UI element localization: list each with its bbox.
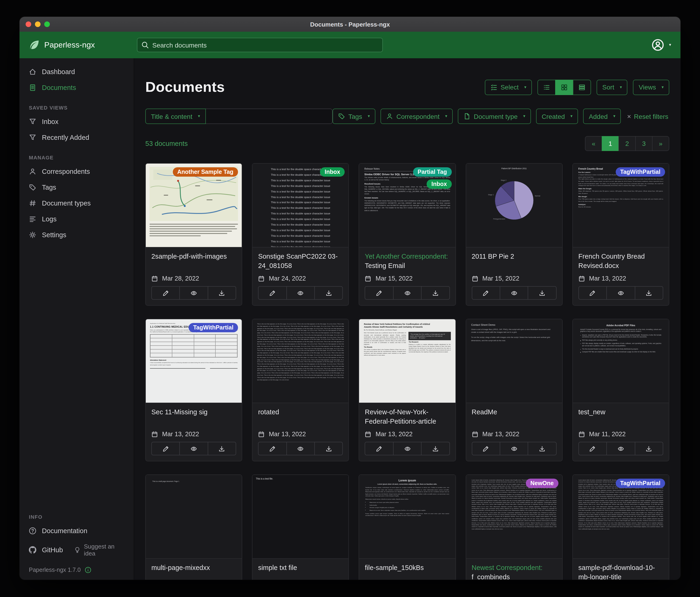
document-thumbnail[interactable]: Partial TagInboxRelease NotesSimba ODBC … <box>359 164 455 247</box>
document-title[interactable]: multi-page-mixedxx <box>151 564 236 573</box>
document-card[interactable]: Review of New York Federal Petitions for… <box>359 319 456 461</box>
edit-button[interactable] <box>472 286 500 300</box>
edit-button[interactable] <box>472 442 500 455</box>
document-card[interactable]: This is a multi page document. Page 1.mu… <box>145 474 242 580</box>
window-zoom-button[interactable] <box>44 21 50 27</box>
document-title[interactable]: Newest Correspondent: f_combineds <box>472 564 556 580</box>
view-button[interactable] <box>286 442 315 455</box>
download-button[interactable] <box>315 286 343 300</box>
document-card[interactable]: Lorem ipsumLorem ipsum dolor sit amet, c… <box>359 474 456 580</box>
edit-button[interactable] <box>258 442 287 455</box>
document-correspondent-link[interactable]: Yet Another Correspondent: <box>365 253 448 260</box>
view-button[interactable] <box>500 442 528 455</box>
document-card[interactable]: TagWithPartialLorem ipsum dolor sit amet… <box>572 474 669 580</box>
document-title[interactable]: 2011 BP Pie 2 <box>472 252 556 261</box>
download-button[interactable] <box>634 286 663 300</box>
tag-pill[interactable]: TagWithPartial <box>616 167 665 176</box>
document-card[interactable]: Contact Sheet DemoGiven a set of image f… <box>466 319 562 461</box>
document-title[interactable]: ReadMe <box>472 408 556 417</box>
brand[interactable]: Paperless-ngx <box>20 40 134 50</box>
edit-button[interactable] <box>365 442 394 455</box>
pagination-next-button[interactable]: » <box>652 136 669 151</box>
sidebar-item-correspondents[interactable]: Correspondents <box>20 164 134 180</box>
document-card[interactable]: Another Sample Tag2sample-pdf-with-image… <box>145 163 242 306</box>
tag-pill[interactable]: Inbox <box>320 167 345 176</box>
download-button[interactable] <box>208 442 236 455</box>
document-card[interactable]: Patient BP Distribution 2011NormalPrehyp… <box>466 163 562 306</box>
view-list-button[interactable] <box>538 79 556 95</box>
download-button[interactable] <box>528 286 556 300</box>
document-type-filter-button[interactable]: Document type ▾ <box>458 109 531 124</box>
document-title[interactable]: Sonstige ScanPC2022 03-24_081058 <box>258 252 343 270</box>
document-title[interactable]: sample-pdf-download-10-mb-longer-title <box>578 564 663 580</box>
document-thumbnail[interactable]: Patient BP Distribution 2011NormalPrehyp… <box>466 164 562 247</box>
edit-button[interactable] <box>578 442 607 455</box>
document-card[interactable]: Partial TagInboxRelease NotesSimba ODBC … <box>359 163 456 306</box>
sidebar-item-inbox[interactable]: Inbox <box>20 114 134 129</box>
download-button[interactable] <box>634 442 663 455</box>
document-card[interactable]: This is a test file.simple txt file <box>252 474 349 580</box>
document-title[interactable]: 2sample-pdf-with-images <box>151 252 236 261</box>
sidebar-item-tags[interactable]: Tags <box>20 180 134 195</box>
document-thumbnail[interactable]: Adobe Acrobat PDF FilesAdobe® Portable D… <box>573 319 669 403</box>
search-input[interactable] <box>137 38 383 52</box>
tags-filter-button[interactable]: Tags ▾ <box>332 109 375 124</box>
tag-pill[interactable]: NewOne <box>526 479 558 488</box>
suggest-idea-link[interactable]: Suggest an idea <box>72 539 134 561</box>
sidebar-item-dashboard[interactable]: Dashboard <box>20 64 134 80</box>
tag-pill[interactable]: Another Sample Tag <box>173 167 238 176</box>
pagination-page-1[interactable]: 1 <box>602 136 619 151</box>
sidebar-item-document-types[interactable]: Document types <box>20 195 134 211</box>
window-minimize-button[interactable] <box>35 21 41 27</box>
tag-pill[interactable]: Partial Tag <box>413 167 452 176</box>
select-button[interactable]: Select ▾ <box>484 79 532 95</box>
document-title[interactable]: Review-of-New-York-Federal-Petitions-art… <box>365 408 450 426</box>
view-button[interactable] <box>393 442 422 455</box>
view-details-button[interactable] <box>573 79 591 95</box>
document-title[interactable]: rotated <box>258 408 343 417</box>
view-button[interactable] <box>286 286 315 300</box>
document-thumbnail[interactable]: TagWithPartialFrench Country BreadFor th… <box>573 164 669 247</box>
view-button[interactable] <box>179 442 208 455</box>
added-filter-button[interactable]: Added ▾ <box>583 109 621 124</box>
edit-button[interactable] <box>578 286 607 300</box>
document-card[interactable]: TagWithPartialFrench Country BreadFor th… <box>572 163 669 306</box>
pagination-prev-button[interactable]: « <box>585 136 602 151</box>
view-button[interactable] <box>179 286 208 300</box>
download-button[interactable] <box>421 442 450 455</box>
view-button[interactable] <box>393 286 422 300</box>
view-button[interactable] <box>500 286 528 300</box>
document-thumbnail[interactable]: TagWithPartialLorem ipsum dolor sit amet… <box>573 475 669 559</box>
title-content-filter-button[interactable]: Title & content ▾ <box>145 109 206 124</box>
document-correspondent-link[interactable]: Newest Correspondent: <box>472 564 543 571</box>
sidebar-item-logs[interactable]: Logs <box>20 211 134 227</box>
document-card[interactable]: NewOneLorem ipsum dolor sit amet, consec… <box>466 474 562 580</box>
download-button[interactable] <box>208 286 236 300</box>
pagination-page-2[interactable]: 2 <box>619 136 636 151</box>
document-thumbnail[interactable]: This is the text that appears on the fir… <box>252 319 348 403</box>
window-close-button[interactable] <box>26 21 31 27</box>
document-thumbnail[interactable]: Contact Sheet DemoGiven a set of image f… <box>466 319 562 403</box>
edit-button[interactable] <box>258 286 287 300</box>
document-thumbnail[interactable]: Review of New York Federal Petitions for… <box>359 319 455 403</box>
document-thumbnail[interactable]: NewOneLorem ipsum dolor sit amet, consec… <box>466 475 562 559</box>
correspondent-filter-button[interactable]: Correspondent ▾ <box>380 109 453 124</box>
sidebar-item-documentation[interactable]: Documentation <box>20 523 134 539</box>
view-grid-button[interactable] <box>555 79 573 95</box>
tag-pill[interactable]: TagWithPartial <box>189 323 238 332</box>
document-title[interactable]: Sec 11-Missing sig <box>151 408 236 417</box>
document-card[interactable]: InboxThis is a test for the double space… <box>252 163 349 306</box>
views-button[interactable]: Views ▾ <box>633 79 669 95</box>
edit-button[interactable] <box>151 286 180 300</box>
download-button[interactable] <box>421 286 450 300</box>
sidebar-item-settings[interactable]: Settings <box>20 227 134 243</box>
download-button[interactable] <box>315 442 343 455</box>
title-content-filter-input[interactable] <box>206 109 332 124</box>
edit-button[interactable] <box>365 286 394 300</box>
document-card[interactable]: Adobe Acrobat PDF FilesAdobe® Portable D… <box>572 319 669 461</box>
reset-filters-button[interactable]: × Reset filters <box>626 109 669 124</box>
document-thumbnail[interactable]: TagWithPartialApplication for Medical St… <box>146 319 242 403</box>
user-menu[interactable]: ▾ <box>652 39 671 51</box>
document-title[interactable]: simple txt file <box>258 564 343 573</box>
document-thumbnail[interactable]: InboxThis is a test for the double space… <box>252 164 348 247</box>
